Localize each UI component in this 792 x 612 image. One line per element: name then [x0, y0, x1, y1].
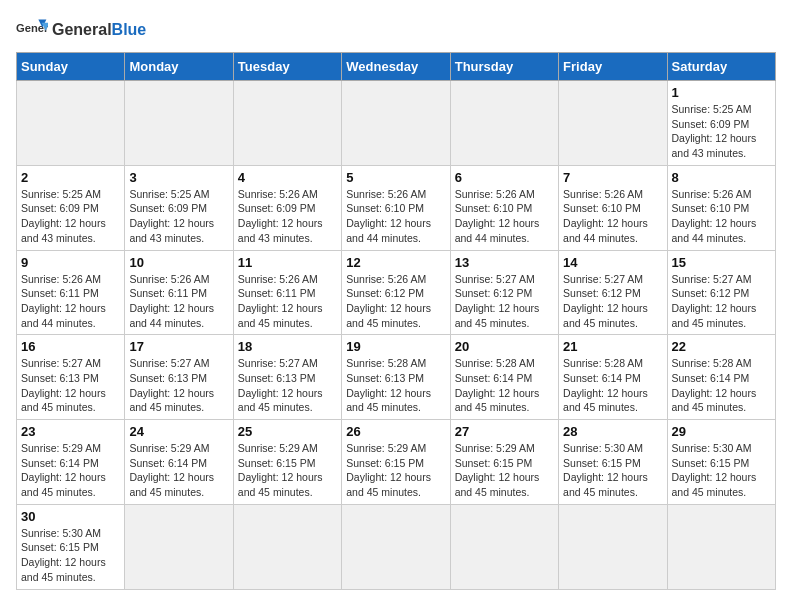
day-number: 8	[672, 170, 771, 185]
day-number: 12	[346, 255, 445, 270]
day-info: Sunrise: 5:27 AM Sunset: 6:13 PM Dayligh…	[21, 356, 120, 415]
day-number: 28	[563, 424, 662, 439]
calendar-cell: 27Sunrise: 5:29 AM Sunset: 6:15 PM Dayli…	[450, 420, 558, 505]
calendar-cell	[559, 504, 667, 589]
day-header-monday: Monday	[125, 53, 233, 81]
day-info: Sunrise: 5:25 AM Sunset: 6:09 PM Dayligh…	[129, 187, 228, 246]
day-number: 20	[455, 339, 554, 354]
day-info: Sunrise: 5:26 AM Sunset: 6:11 PM Dayligh…	[21, 272, 120, 331]
calendar-cell: 23Sunrise: 5:29 AM Sunset: 6:14 PM Dayli…	[17, 420, 125, 505]
day-number: 18	[238, 339, 337, 354]
day-info: Sunrise: 5:26 AM Sunset: 6:12 PM Dayligh…	[346, 272, 445, 331]
calendar-cell: 14Sunrise: 5:27 AM Sunset: 6:12 PM Dayli…	[559, 250, 667, 335]
day-header-sunday: Sunday	[17, 53, 125, 81]
day-info: Sunrise: 5:26 AM Sunset: 6:10 PM Dayligh…	[563, 187, 662, 246]
day-info: Sunrise: 5:27 AM Sunset: 6:12 PM Dayligh…	[563, 272, 662, 331]
calendar-cell	[125, 504, 233, 589]
day-number: 13	[455, 255, 554, 270]
day-number: 11	[238, 255, 337, 270]
day-header-friday: Friday	[559, 53, 667, 81]
day-number: 30	[21, 509, 120, 524]
day-number: 22	[672, 339, 771, 354]
day-info: Sunrise: 5:29 AM Sunset: 6:15 PM Dayligh…	[455, 441, 554, 500]
calendar-cell	[450, 81, 558, 166]
day-info: Sunrise: 5:28 AM Sunset: 6:14 PM Dayligh…	[455, 356, 554, 415]
day-number: 19	[346, 339, 445, 354]
calendar-cell: 4Sunrise: 5:26 AM Sunset: 6:09 PM Daylig…	[233, 165, 341, 250]
logo-blue-text: Blue	[112, 21, 147, 38]
logo-general-text: General	[52, 21, 112, 38]
calendar-cell	[233, 504, 341, 589]
generalblue-logo-icon: General	[16, 16, 48, 44]
calendar-cell: 30Sunrise: 5:30 AM Sunset: 6:15 PM Dayli…	[17, 504, 125, 589]
day-info: Sunrise: 5:29 AM Sunset: 6:15 PM Dayligh…	[238, 441, 337, 500]
day-info: Sunrise: 5:27 AM Sunset: 6:13 PM Dayligh…	[129, 356, 228, 415]
day-info: Sunrise: 5:28 AM Sunset: 6:14 PM Dayligh…	[563, 356, 662, 415]
calendar-cell: 13Sunrise: 5:27 AM Sunset: 6:12 PM Dayli…	[450, 250, 558, 335]
calendar-cell: 20Sunrise: 5:28 AM Sunset: 6:14 PM Dayli…	[450, 335, 558, 420]
calendar-week-4: 16Sunrise: 5:27 AM Sunset: 6:13 PM Dayli…	[17, 335, 776, 420]
calendar-cell: 9Sunrise: 5:26 AM Sunset: 6:11 PM Daylig…	[17, 250, 125, 335]
day-number: 16	[21, 339, 120, 354]
day-number: 10	[129, 255, 228, 270]
day-header-tuesday: Tuesday	[233, 53, 341, 81]
calendar-cell	[342, 504, 450, 589]
day-number: 24	[129, 424, 228, 439]
day-info: Sunrise: 5:25 AM Sunset: 6:09 PM Dayligh…	[672, 102, 771, 161]
day-header-wednesday: Wednesday	[342, 53, 450, 81]
day-info: Sunrise: 5:27 AM Sunset: 6:12 PM Dayligh…	[672, 272, 771, 331]
calendar-cell: 17Sunrise: 5:27 AM Sunset: 6:13 PM Dayli…	[125, 335, 233, 420]
calendar-cell: 5Sunrise: 5:26 AM Sunset: 6:10 PM Daylig…	[342, 165, 450, 250]
day-info: Sunrise: 5:30 AM Sunset: 6:15 PM Dayligh…	[563, 441, 662, 500]
day-info: Sunrise: 5:30 AM Sunset: 6:15 PM Dayligh…	[672, 441, 771, 500]
calendar-cell: 11Sunrise: 5:26 AM Sunset: 6:11 PM Dayli…	[233, 250, 341, 335]
calendar-week-3: 9Sunrise: 5:26 AM Sunset: 6:11 PM Daylig…	[17, 250, 776, 335]
day-number: 4	[238, 170, 337, 185]
day-info: Sunrise: 5:26 AM Sunset: 6:11 PM Dayligh…	[238, 272, 337, 331]
day-info: Sunrise: 5:27 AM Sunset: 6:12 PM Dayligh…	[455, 272, 554, 331]
day-number: 29	[672, 424, 771, 439]
day-number: 25	[238, 424, 337, 439]
calendar-cell: 21Sunrise: 5:28 AM Sunset: 6:14 PM Dayli…	[559, 335, 667, 420]
calendar-cell: 6Sunrise: 5:26 AM Sunset: 6:10 PM Daylig…	[450, 165, 558, 250]
calendar-cell: 10Sunrise: 5:26 AM Sunset: 6:11 PM Dayli…	[125, 250, 233, 335]
calendar-cell: 7Sunrise: 5:26 AM Sunset: 6:10 PM Daylig…	[559, 165, 667, 250]
day-info: Sunrise: 5:29 AM Sunset: 6:15 PM Dayligh…	[346, 441, 445, 500]
day-info: Sunrise: 5:27 AM Sunset: 6:13 PM Dayligh…	[238, 356, 337, 415]
day-number: 3	[129, 170, 228, 185]
day-info: Sunrise: 5:28 AM Sunset: 6:13 PM Dayligh…	[346, 356, 445, 415]
day-number: 26	[346, 424, 445, 439]
calendar-cell: 28Sunrise: 5:30 AM Sunset: 6:15 PM Dayli…	[559, 420, 667, 505]
day-info: Sunrise: 5:26 AM Sunset: 6:10 PM Dayligh…	[346, 187, 445, 246]
day-info: Sunrise: 5:26 AM Sunset: 6:09 PM Dayligh…	[238, 187, 337, 246]
calendar-cell: 1Sunrise: 5:25 AM Sunset: 6:09 PM Daylig…	[667, 81, 775, 166]
day-number: 15	[672, 255, 771, 270]
day-number: 17	[129, 339, 228, 354]
calendar-header-row: SundayMondayTuesdayWednesdayThursdayFrid…	[17, 53, 776, 81]
calendar-cell: 24Sunrise: 5:29 AM Sunset: 6:14 PM Dayli…	[125, 420, 233, 505]
calendar-cell: 22Sunrise: 5:28 AM Sunset: 6:14 PM Dayli…	[667, 335, 775, 420]
day-number: 23	[21, 424, 120, 439]
day-number: 5	[346, 170, 445, 185]
calendar-week-2: 2Sunrise: 5:25 AM Sunset: 6:09 PM Daylig…	[17, 165, 776, 250]
day-header-saturday: Saturday	[667, 53, 775, 81]
calendar-cell: 19Sunrise: 5:28 AM Sunset: 6:13 PM Dayli…	[342, 335, 450, 420]
calendar-cell	[342, 81, 450, 166]
calendar-cell: 15Sunrise: 5:27 AM Sunset: 6:12 PM Dayli…	[667, 250, 775, 335]
day-info: Sunrise: 5:26 AM Sunset: 6:11 PM Dayligh…	[129, 272, 228, 331]
day-info: Sunrise: 5:25 AM Sunset: 6:09 PM Dayligh…	[21, 187, 120, 246]
calendar-cell: 3Sunrise: 5:25 AM Sunset: 6:09 PM Daylig…	[125, 165, 233, 250]
day-number: 27	[455, 424, 554, 439]
page-header: General GeneralBlue	[16, 16, 776, 44]
calendar-cell: 29Sunrise: 5:30 AM Sunset: 6:15 PM Dayli…	[667, 420, 775, 505]
calendar-cell: 16Sunrise: 5:27 AM Sunset: 6:13 PM Dayli…	[17, 335, 125, 420]
calendar-cell	[125, 81, 233, 166]
calendar-cell: 2Sunrise: 5:25 AM Sunset: 6:09 PM Daylig…	[17, 165, 125, 250]
calendar-table: SundayMondayTuesdayWednesdayThursdayFrid…	[16, 52, 776, 590]
calendar-cell: 12Sunrise: 5:26 AM Sunset: 6:12 PM Dayli…	[342, 250, 450, 335]
day-info: Sunrise: 5:29 AM Sunset: 6:14 PM Dayligh…	[129, 441, 228, 500]
day-info: Sunrise: 5:30 AM Sunset: 6:15 PM Dayligh…	[21, 526, 120, 585]
calendar-week-5: 23Sunrise: 5:29 AM Sunset: 6:14 PM Dayli…	[17, 420, 776, 505]
calendar-week-6: 30Sunrise: 5:30 AM Sunset: 6:15 PM Dayli…	[17, 504, 776, 589]
calendar-cell: 8Sunrise: 5:26 AM Sunset: 6:10 PM Daylig…	[667, 165, 775, 250]
